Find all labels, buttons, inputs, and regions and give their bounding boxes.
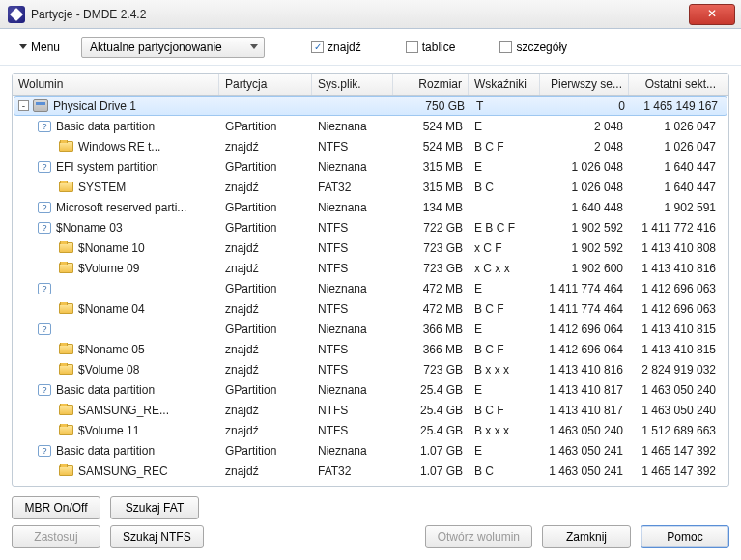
table-row[interactable]: $Volume 09znajdźNTFS723 GBx C x x1 902 6… — [13, 258, 728, 278]
cell-volume: ?EFI system partition — [13, 160, 219, 174]
tree-expander[interactable]: - — [18, 100, 29, 111]
cell-last-sector: 1 412 696 063 — [629, 282, 722, 295]
table-row[interactable]: $Noname 10znajdźNTFS723 GBx C F1 902 592… — [13, 238, 728, 258]
partition-icon: ? — [38, 384, 51, 396]
col-fs[interactable]: Sys.plik. — [312, 74, 393, 95]
partition-icon: ? — [38, 222, 51, 234]
row-name: SAMSUNG_REC — [78, 464, 168, 478]
cell-size: 723 GB — [393, 262, 469, 275]
cell-volume: SYSTEM — [13, 181, 219, 194]
help-button[interactable]: Pomoc — [641, 525, 729, 548]
cell-last-sector: 1 412 696 063 — [629, 302, 722, 316]
partition-icon: ? — [38, 121, 51, 132]
close-button-dialog[interactable]: Zamknij — [542, 525, 631, 548]
cell-size: 315 MB — [393, 160, 469, 174]
cell-volume: $Noname 04 — [13, 302, 219, 316]
row-name: Basic data partition — [56, 444, 155, 458]
partitioning-combo[interactable]: Aktualne partycjonowanie — [81, 37, 265, 58]
col-indicators[interactable]: Wskaźniki — [469, 74, 540, 95]
cell-volume: $Volume 09 — [13, 262, 219, 275]
cell-partition: znajdź — [219, 464, 312, 478]
cell-first-sector: 1 026 048 — [540, 160, 629, 174]
cell-first-sector: 1 902 600 — [540, 262, 629, 275]
cell-last-sector: 1 640 447 — [629, 160, 722, 174]
col-volume[interactable]: Wolumin — [13, 74, 219, 95]
row-name: $Volume 09 — [78, 262, 139, 275]
open-volume-button[interactable]: Otwórz wolumin — [425, 525, 532, 548]
table-row[interactable]: ?Basic data partitionGPartitionNieznana5… — [13, 116, 728, 136]
folder-icon — [59, 242, 73, 253]
cell-volume: ?Basic data partition — [13, 383, 219, 397]
folder-icon — [59, 141, 73, 152]
folder-icon — [59, 182, 73, 192]
table-row[interactable]: SAMSUNG_RECznajdźFAT321.07 GBB C1 463 05… — [13, 461, 728, 481]
cell-partition: GPartition — [219, 322, 312, 336]
table-row[interactable]: $Noname 04znajdźNTFS472 MBB C F1 411 774… — [13, 298, 728, 319]
col-size[interactable]: Rozmiar — [393, 74, 469, 95]
checkbox-find[interactable]: ✓ znajdź — [311, 41, 361, 54]
cell-size: 25.4 GB — [393, 383, 469, 397]
table-row[interactable]: SYSTEMznajdźFAT32315 MBB C1 026 0481 640… — [13, 177, 728, 197]
table-row[interactable]: ?Microsoft reserved parti...GPartitionNi… — [13, 197, 728, 217]
row-name: $Volume 08 — [78, 363, 139, 377]
col-last-sector[interactable]: Ostatni sekt... — [629, 74, 722, 95]
cell-first-sector: 1 902 592 — [540, 241, 629, 255]
cell-first-sector: 1 413 410 816 — [540, 363, 629, 377]
cell-volume: $Noname 05 — [13, 343, 219, 356]
partition-table: Wolumin Partycja Sys.plik. Rozmiar Wskaź… — [12, 73, 729, 487]
folder-icon — [59, 344, 73, 354]
table-row[interactable]: ?EFI system partitionGPartitionNieznana3… — [13, 156, 728, 177]
apply-button[interactable]: Zastosuj — [12, 525, 100, 548]
cell-size: 472 MB — [393, 282, 469, 295]
table-row[interactable]: ?GPartitionNieznana366 MBE1 412 696 0641… — [13, 319, 728, 339]
cell-partition: znajdź — [219, 343, 312, 356]
chevron-down-icon — [19, 44, 27, 49]
cell-last-sector: 1 465 147 392 — [629, 444, 722, 458]
checkbox-tables[interactable]: tablice — [406, 41, 456, 54]
table-row[interactable]: ?$Noname 03GPartitionNTFS722 GBE B C F1 … — [13, 217, 728, 238]
cell-size: 25.4 GB — [393, 424, 469, 437]
cell-fs: NTFS — [312, 262, 393, 275]
row-name: $Noname 10 — [78, 241, 145, 255]
checkbox-find-label: znajdź — [328, 41, 361, 54]
cell-volume: ?Basic data partition — [13, 120, 219, 133]
partition-icon: ? — [38, 283, 51, 294]
checkbox-details[interactable]: szczegóły — [499, 41, 567, 54]
search-ntfs-button[interactable]: Szukaj NTFS — [110, 525, 204, 548]
cell-partition: GPartition — [219, 160, 312, 174]
table-row[interactable]: SAMSUNG_RE...znajdźNTFS25.4 GBB C F1 413… — [13, 400, 728, 420]
cell-last-sector: 1 413 410 816 — [629, 262, 722, 275]
cell-size: 722 GB — [393, 221, 469, 235]
cell-size: 366 MB — [393, 322, 469, 336]
row-name: $Noname 05 — [78, 343, 145, 356]
table-row[interactable]: ?Basic data partitionGPartitionNieznana2… — [13, 379, 728, 400]
col-first-sector[interactable]: Pierwszy se... — [540, 74, 629, 95]
table-row[interactable]: $Volume 11znajdźNTFS25.4 GBB x x x1 463 … — [13, 420, 728, 440]
search-fat-button[interactable]: Szukaj FAT — [110, 496, 199, 519]
cell-volume: $Volume 11 — [13, 424, 219, 437]
cell-partition: GPartition — [219, 120, 312, 133]
cell-partition: znajdź — [219, 262, 312, 275]
window-title: Partycje - DMDE 2.4.2 — [31, 8, 689, 21]
title-bar: Partycje - DMDE 2.4.2 ✕ — [0, 0, 741, 29]
table-row[interactable]: ?Basic data partitionGPartitionNieznana1… — [13, 440, 728, 461]
table-row[interactable]: ?GPartitionNieznana472 MBE1 411 774 4641… — [13, 278, 728, 298]
cell-size: 366 MB — [393, 343, 469, 356]
table-row[interactable]: Windows RE t...znajdźNTFS524 MBB C F2 04… — [13, 136, 728, 156]
cell-first-sector: 1 463 050 241 — [540, 464, 629, 478]
cell-size: 524 MB — [393, 120, 469, 133]
cell-last-sector: 1 413 410 808 — [629, 241, 722, 255]
cell-indicators: T — [470, 99, 542, 113]
cell-partition: znajdź — [219, 302, 312, 316]
table-row[interactable]: -Physical Drive 1750 GBT01 465 149 167 — [14, 96, 727, 116]
menu-button[interactable]: Menu — [12, 38, 68, 57]
col-partition[interactable]: Partycja — [219, 74, 312, 95]
table-row[interactable]: $Noname 05znajdźNTFS366 MBB C F1 412 696… — [13, 339, 728, 359]
cell-size: 1.07 GB — [393, 444, 469, 458]
cell-fs: Nieznana — [312, 120, 393, 133]
cell-fs: NTFS — [312, 221, 393, 235]
close-button[interactable]: ✕ — [689, 4, 735, 25]
mbr-toggle-button[interactable]: MBR On/Off — [12, 496, 100, 519]
table-row[interactable]: $Volume 08znajdźNTFS723 GBB x x x1 413 4… — [13, 359, 728, 379]
table-body[interactable]: -Physical Drive 1750 GBT01 465 149 167?B… — [13, 96, 728, 486]
